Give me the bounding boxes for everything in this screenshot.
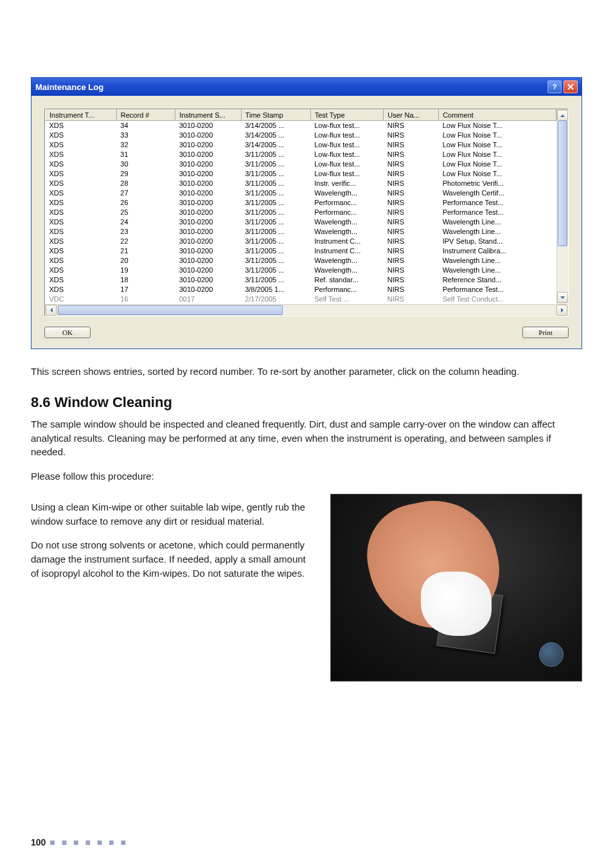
dialog-titlebar[interactable]: Maintenance Log ? (31, 78, 582, 96)
paragraph: The sample window should be inspected an… (31, 417, 582, 459)
scroll-thumb[interactable] (558, 120, 567, 246)
dialog-title: Maintenance Log (35, 82, 546, 92)
column-header[interactable]: Instrument T... (46, 110, 117, 121)
page-number: 100 (31, 837, 46, 847)
paragraph: Using a clean Kim-wipe or other suitable… (31, 500, 315, 529)
maintenance-log-dialog: Maintenance Log ? Instrument T...Record … (31, 77, 582, 349)
table-row[interactable]: VDC1600172/17/2005Self Test ...NIRSSelf … (46, 294, 556, 304)
column-header[interactable]: Test Type (310, 110, 384, 121)
table-row[interactable]: XDS203010-02003/11/2005 ...Wavelength...… (46, 256, 556, 266)
table-row[interactable]: XDS263010-02003/11/2005 ...Performanc...… (46, 198, 556, 208)
column-header[interactable]: Record # (116, 110, 175, 121)
print-button[interactable]: Print (522, 327, 569, 338)
column-header[interactable]: Instrument S... (175, 110, 241, 121)
table-row[interactable]: XDS323010-02003/14/2005 ...Low-flux test… (46, 140, 556, 150)
scroll-left-icon[interactable] (46, 305, 57, 316)
table-row[interactable]: XDS233010-02003/11/2005 ...Wavelength...… (46, 227, 556, 237)
section-heading: 8.6 Window Cleaning (31, 394, 582, 411)
table-row[interactable]: XDS303010-02003/11/2005 ...Low-flux test… (46, 159, 556, 169)
hscroll-thumb[interactable] (58, 305, 283, 315)
table-row[interactable]: XDS193010-02003/11/2005 ...Wavelength...… (46, 266, 556, 275)
help-icon[interactable]: ? (547, 80, 562, 93)
table-row[interactable]: XDS253010-02003/11/2005 ...Performanc...… (46, 208, 556, 217)
screenshot-caption: This screen shows entries, sorted by rec… (31, 365, 582, 379)
brand-logo-icon (539, 642, 564, 667)
table-row[interactable]: XDS273010-02003/11/2005 ...Wavelength...… (46, 188, 556, 198)
page-footer: 100■ ■ ■ ■ ■ ■ ■ (31, 837, 128, 847)
table-row[interactable]: XDS243010-02003/11/2005 ...Wavelength...… (46, 217, 556, 227)
table-row[interactable]: XDS343010-02003/14/2005 ...Low-flux test… (46, 121, 556, 131)
paragraph: Please follow this procedure: (31, 469, 582, 484)
paragraph: Do not use strong solvents or acetone, w… (31, 538, 315, 580)
table-row[interactable]: XDS283010-02003/11/2005 ...Instr. verifi… (46, 179, 556, 188)
table-row[interactable]: XDS293010-02003/11/2005 ...Low-flux test… (46, 169, 556, 179)
vertical-scrollbar[interactable] (556, 109, 568, 304)
table-row[interactable]: XDS223010-02003/11/2005 ...Instrument C.… (46, 237, 556, 246)
window-cleaning-photo (330, 494, 582, 682)
scroll-up-icon[interactable] (557, 110, 568, 121)
table-row[interactable]: XDS313010-02003/11/2005 ...Low-flux test… (46, 150, 556, 159)
scroll-right-icon[interactable] (556, 305, 567, 316)
close-icon[interactable] (564, 80, 578, 93)
column-header[interactable]: Comment (439, 110, 556, 121)
svg-text:?: ? (553, 83, 557, 91)
column-header[interactable]: Time Stamp (241, 110, 310, 121)
table-row[interactable]: XDS173010-02003/8/2005 1...Performanc...… (46, 285, 556, 294)
scroll-down-icon[interactable] (557, 292, 568, 303)
table-row[interactable]: XDS333010-02003/14/2005 ...Low-flux test… (46, 131, 556, 140)
ok-button[interactable]: OK (44, 327, 91, 338)
table-row[interactable]: XDS213010-02003/11/2005 ...Instrument C.… (46, 246, 556, 256)
table-row[interactable]: XDS183010-02003/11/2005 ...Ref. standar.… (46, 275, 556, 285)
horizontal-scrollbar[interactable] (45, 304, 568, 316)
log-table[interactable]: Instrument T...Record #Instrument S...Ti… (45, 109, 556, 304)
log-table-container: Instrument T...Record #Instrument S...Ti… (44, 109, 569, 316)
column-header[interactable]: User Na... (384, 110, 439, 121)
